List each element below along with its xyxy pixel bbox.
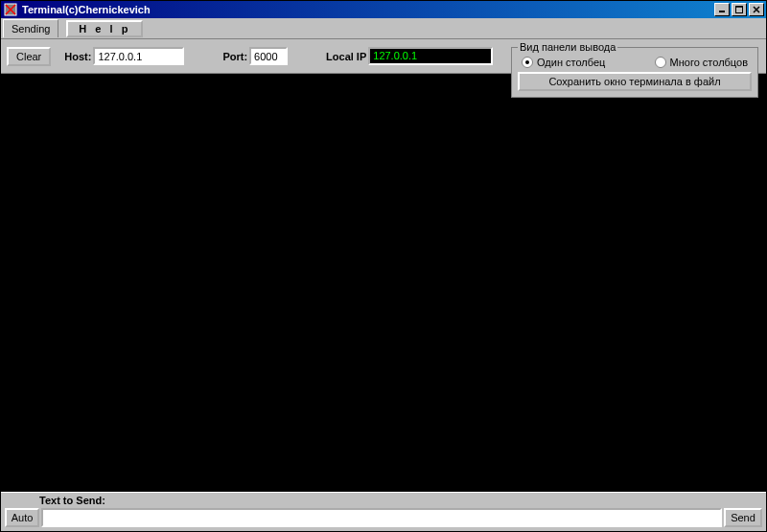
port-input[interactable] bbox=[249, 47, 288, 65]
terminal-output[interactable] bbox=[1, 74, 766, 492]
help-button[interactable]: H e l p bbox=[66, 20, 143, 37]
close-button[interactable] bbox=[749, 3, 764, 16]
app-icon bbox=[3, 2, 18, 17]
radio-many-columns-label: Много столбцов bbox=[670, 57, 748, 68]
save-terminal-button[interactable]: Сохранить окно терминала в файл bbox=[518, 72, 752, 91]
port-label: Port: bbox=[222, 51, 247, 62]
radio-many-columns[interactable]: Много столбцов bbox=[655, 57, 748, 68]
radio-one-column-label: Один столбец bbox=[537, 57, 605, 68]
output-panel-group: Вид панели вывода Один столбец Много сто… bbox=[511, 41, 758, 98]
toolbar: Clear Host: Port: Local IP 127.0.0.1 Вид… bbox=[1, 39, 766, 74]
radio-row: Один столбец Много столбцов bbox=[518, 55, 752, 72]
radio-one-column[interactable]: Один столбец bbox=[522, 57, 605, 68]
titlebar: Terminal(c)Chernickevich bbox=[1, 1, 766, 18]
sending-tab[interactable]: Sending bbox=[3, 19, 58, 37]
window-title: Terminal(c)Chernickevich bbox=[22, 4, 714, 15]
footer-row: Auto Send bbox=[1, 506, 766, 531]
host-input[interactable] bbox=[93, 47, 184, 65]
localip-label: Local IP bbox=[326, 51, 366, 62]
clear-button[interactable]: Clear bbox=[7, 47, 51, 66]
menubar: Sending H e l p bbox=[1, 18, 766, 39]
radio-icon bbox=[655, 57, 666, 68]
localip-display: 127.0.0.1 bbox=[368, 47, 493, 65]
output-panel-legend: Вид панели вывода bbox=[518, 41, 617, 53]
host-label: Host: bbox=[64, 51, 91, 62]
window-controls bbox=[714, 3, 764, 16]
text-to-send-label: Text to Send: bbox=[1, 492, 766, 506]
auto-button[interactable]: Auto bbox=[5, 508, 39, 527]
app-window: Terminal(c)Chernickevich Sending H e l p… bbox=[0, 0, 767, 532]
minimize-button[interactable] bbox=[714, 3, 730, 16]
send-input[interactable] bbox=[41, 508, 722, 527]
radio-icon bbox=[522, 57, 533, 68]
maximize-button[interactable] bbox=[732, 3, 747, 16]
send-button[interactable]: Send bbox=[724, 508, 762, 527]
